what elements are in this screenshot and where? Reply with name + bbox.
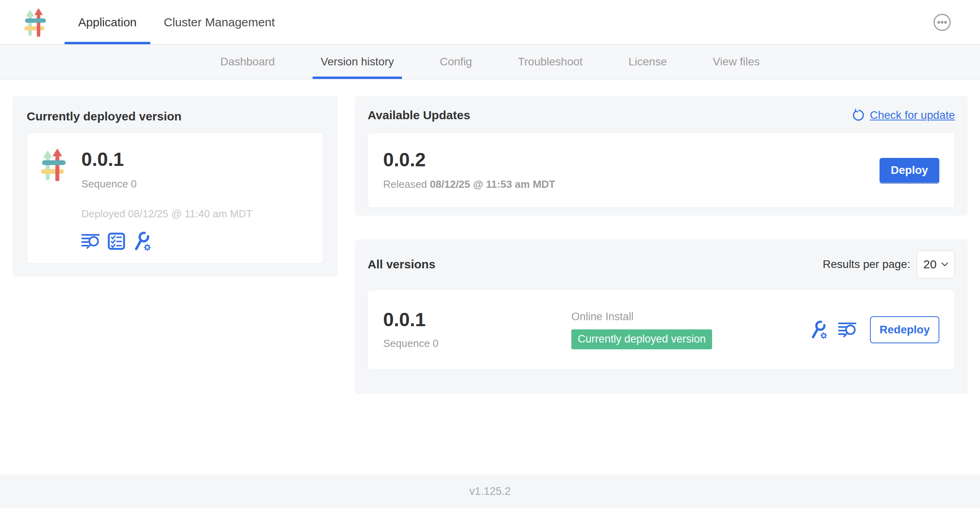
redeploy-button[interactable]: Redeploy (870, 316, 939, 343)
check-for-update-link[interactable]: Check for update (852, 109, 955, 122)
edit-config-icon (810, 320, 828, 339)
subnav-item-dashboard[interactable]: Dashboard (220, 45, 275, 79)
currently-deployed-panel: Currently deployed version 0.0.1 Sequenc… (12, 96, 338, 277)
deployed-timestamp: Deployed 08/12/25 @ 11:40 am MDT (81, 208, 252, 220)
update-info: 0.0.2 Released 08/12/25 @ 11:53 am MDT (383, 150, 555, 191)
deployed-version-number: 0.0.1 (81, 150, 252, 169)
released-date: 08/12/25 @ 11:53 am MDT (430, 178, 555, 190)
app-logo-icon (24, 8, 47, 37)
available-updates-title: Available Updates (368, 108, 470, 122)
currently-deployed-badge: Currently deployed version (571, 329, 712, 349)
released-prefix: Released (383, 178, 430, 190)
deployed-version-actions (81, 231, 252, 251)
subnav-item-config[interactable]: Config (440, 45, 472, 79)
release-notes-icon (838, 321, 856, 338)
app-logo-icon (41, 148, 67, 181)
console-footer: v1.125.2 (0, 475, 980, 508)
refresh-icon (852, 109, 865, 122)
subnav-item-version-history[interactable]: Version history (321, 45, 394, 79)
version-row-status-col: Online Install Currently deployed versio… (571, 311, 810, 349)
release-notes-button[interactable] (81, 233, 100, 250)
update-version-number: 0.0.2 (383, 150, 555, 169)
preflight-checks-button[interactable] (108, 232, 125, 250)
check-for-update-label: Check for update (870, 109, 955, 122)
results-per-page-value: 20 (923, 258, 937, 271)
version-row-actions: Redeploy (810, 316, 939, 343)
app-subnav: Dashboard Version history Config Trouble… (0, 45, 980, 79)
tab-cluster-management[interactable]: Cluster Management (150, 0, 288, 44)
all-versions-panel: All versions Results per page: 20 0.0.1 … (355, 239, 968, 394)
row-sequence: Sequence 0 (383, 337, 571, 350)
subnav-item-view-files[interactable]: View files (713, 45, 760, 79)
app-logo (24, 0, 47, 44)
install-type-label: Online Install (571, 311, 810, 323)
version-history-page: Currently deployed version 0.0.1 Sequenc… (0, 79, 980, 475)
deployed-version-info: 0.0.1 Sequence 0 Deployed 08/12/25 @ 11:… (81, 145, 252, 251)
currently-deployed-title: Currently deployed version (27, 110, 323, 123)
subnav-item-troubleshoot[interactable]: Troubleshoot (518, 45, 582, 79)
top-navbar: Application Cluster Management (0, 0, 980, 45)
results-per-page-label: Results per page: (823, 258, 910, 271)
top-tabs: Application Cluster Management (65, 0, 288, 44)
edit-config-button[interactable] (133, 231, 152, 251)
tab-application[interactable]: Application (65, 0, 150, 44)
version-row-version-col: 0.0.1 Sequence 0 (383, 310, 571, 350)
edit-config-button[interactable] (810, 320, 828, 339)
available-updates-panel: Available Updates Check for update 0.0.2… (355, 96, 968, 216)
available-updates-header: Available Updates Check for update (368, 106, 955, 124)
release-notes-icon (81, 233, 100, 250)
currently-deployed-card: 0.0.1 Sequence 0 Deployed 08/12/25 @ 11:… (27, 133, 323, 264)
right-column: Available Updates Check for update 0.0.2… (355, 96, 968, 475)
subnav-item-license[interactable]: License (628, 45, 667, 79)
all-versions-title: All versions (368, 258, 435, 271)
results-per-page: Results per page: 20 (823, 250, 955, 278)
console-version: v1.125.2 (469, 485, 511, 498)
release-notes-button[interactable] (838, 321, 856, 338)
row-version-number: 0.0.1 (383, 310, 571, 329)
preflight-checks-icon (108, 232, 125, 250)
results-per-page-select[interactable]: 20 (917, 250, 955, 278)
all-versions-header: All versions Results per page: 20 (368, 250, 955, 278)
edit-config-icon (133, 231, 152, 251)
deployed-sequence: Sequence 0 (81, 178, 252, 190)
ellipsis-icon (933, 13, 951, 32)
update-released-line: Released 08/12/25 @ 11:53 am MDT (383, 178, 555, 191)
deploy-button[interactable]: Deploy (880, 158, 939, 183)
available-update-card: 0.0.2 Released 08/12/25 @ 11:53 am MDT D… (368, 133, 955, 208)
overflow-menu-button[interactable] (933, 13, 951, 32)
chevron-down-icon (941, 262, 948, 267)
topbar-spacer (288, 0, 933, 44)
version-row: 0.0.1 Sequence 0 Online Install Currentl… (368, 289, 955, 370)
